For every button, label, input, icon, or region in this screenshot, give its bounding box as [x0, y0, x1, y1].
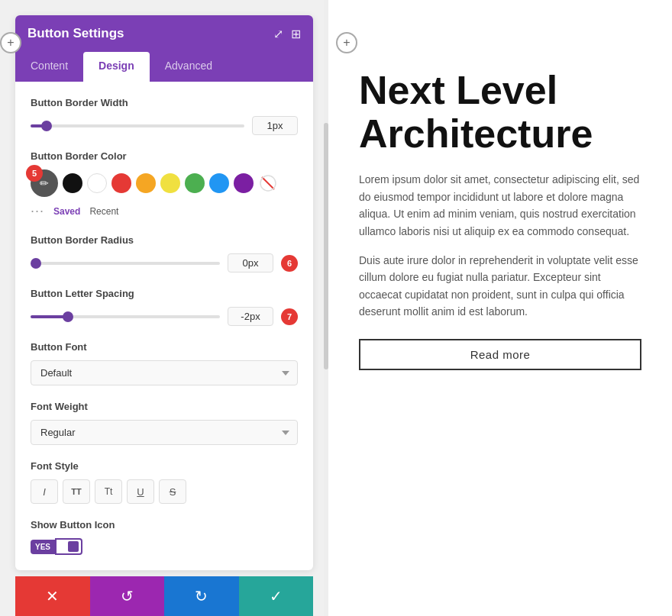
toggle-row: YES	[31, 538, 298, 555]
border-radius-label: Button Border Radius	[31, 234, 298, 246]
panel-tabs: Content Design Advanced	[15, 52, 313, 82]
right-add-button[interactable]: +	[336, 32, 357, 53]
border-color-label: Button Border Color	[31, 150, 298, 162]
recent-tab[interactable]: Recent	[89, 206, 118, 217]
swatch-orange[interactable]	[136, 173, 156, 193]
svg-line-0	[262, 177, 274, 189]
preview-body-2: Duis aute irure dolor in reprehenderit i…	[359, 252, 641, 321]
redo-button[interactable]: ↻	[164, 576, 239, 616]
letter-spacing-group: Button Letter Spacing -2px 7	[31, 288, 298, 326]
color-row-tabs: ··· Saved Recent	[31, 203, 298, 219]
undo-icon: ↺	[121, 587, 134, 605]
tab-advanced[interactable]: Advanced	[150, 52, 228, 82]
letter-spacing-slider-row: -2px 7	[31, 307, 298, 326]
main-layout: + Button Settings ⤢ ⊞ Content Design Adv…	[0, 0, 672, 616]
font-style-label: Font Style	[31, 460, 298, 472]
panel-body: Button Border Width 1px Button Border Co…	[15, 82, 313, 570]
border-width-value[interactable]: 1px	[252, 116, 298, 135]
show-icon-label: Show Button Icon	[31, 519, 298, 531]
toggle-handle[interactable]	[55, 538, 82, 555]
tab-content[interactable]: Content	[15, 52, 83, 82]
saved-tab[interactable]: Saved	[53, 206, 80, 217]
show-icon-group: Show Button Icon YES	[31, 519, 298, 555]
panel-actions: ✕ ↺ ↻ ✓	[15, 576, 313, 616]
toggle-yes-label: YES	[31, 540, 55, 554]
active-color-swatch-badge: 5 ✏	[31, 169, 58, 197]
expand-icon[interactable]: ⤢	[273, 27, 283, 41]
more-dots[interactable]: ···	[31, 203, 44, 219]
left-panel: + Button Settings ⤢ ⊞ Content Design Adv…	[0, 0, 328, 616]
color-swatches: 5 ✏	[31, 169, 298, 197]
font-uppercase-btn[interactable]: TT	[63, 479, 90, 504]
font-group: Button Font Default	[31, 341, 298, 385]
left-add-button[interactable]: +	[0, 32, 21, 53]
border-width-label: Button Border Width	[31, 97, 298, 108]
toggle-switch[interactable]: YES	[31, 538, 82, 555]
swatch-slash[interactable]	[258, 173, 278, 193]
tab-design[interactable]: Design	[83, 52, 150, 82]
border-radius-track[interactable]	[31, 262, 220, 265]
columns-icon[interactable]: ⊞	[291, 27, 301, 41]
swatch-red[interactable]	[111, 173, 131, 193]
swatch-blue[interactable]	[209, 173, 229, 193]
cancel-icon: ✕	[46, 587, 59, 605]
border-radius-group: Button Border Radius 0px 6	[31, 234, 298, 273]
settings-panel: Button Settings ⤢ ⊞ Content Design Advan…	[15, 15, 313, 570]
panel-header: Button Settings ⤢ ⊞	[15, 15, 313, 52]
font-style-buttons: I TT Tt U S	[31, 479, 298, 504]
font-weight-group: Font Weight Regular	[31, 401, 298, 445]
swatch-yellow[interactable]	[160, 173, 180, 193]
font-label: Button Font	[31, 341, 298, 353]
read-more-button[interactable]: Read more	[359, 339, 641, 370]
font-select[interactable]: Default	[31, 360, 298, 385]
preview-body-1: Lorem ipsum dolor sit amet, consectetur …	[359, 171, 641, 240]
border-color-group: Button Border Color 5 ✏	[31, 150, 298, 219]
border-width-track[interactable]	[31, 124, 244, 127]
font-style-group: Font Style I TT Tt U S	[31, 460, 298, 504]
swatch-green[interactable]	[185, 173, 205, 193]
panel-header-icons: ⤢ ⊞	[273, 27, 301, 41]
panel-title: Button Settings	[27, 26, 124, 41]
border-width-group: Button Border Width 1px	[31, 97, 298, 135]
swatch-purple[interactable]	[234, 173, 254, 193]
border-radius-value[interactable]: 0px	[228, 253, 273, 273]
font-underline-btn[interactable]: U	[127, 479, 154, 504]
swatch-black[interactable]	[63, 173, 82, 193]
redo-icon: ↻	[195, 587, 208, 605]
font-weight-select[interactable]: Regular	[31, 420, 298, 445]
letter-spacing-track[interactable]	[31, 315, 220, 318]
swatch-white[interactable]	[87, 173, 107, 193]
save-button[interactable]: ✓	[239, 576, 314, 616]
border-width-slider-row: 1px	[31, 116, 298, 135]
letter-spacing-badge: 7	[281, 308, 298, 325]
save-icon: ✓	[270, 587, 283, 605]
font-capitalize-btn[interactable]: Tt	[95, 479, 122, 504]
font-weight-label: Font Weight	[31, 401, 298, 412]
border-radius-slider-row: 0px 6	[31, 253, 298, 273]
border-radius-badge: 6	[281, 255, 298, 272]
font-italic-btn[interactable]: I	[31, 479, 58, 504]
right-panel: + Next Level Architecture Lorem ipsum do…	[328, 0, 672, 616]
preview-heading: Next Level Architecture	[359, 69, 641, 156]
cancel-button[interactable]: ✕	[15, 576, 90, 616]
undo-button[interactable]: ↺	[90, 576, 165, 616]
letter-spacing-label: Button Letter Spacing	[31, 288, 298, 299]
font-strikethrough-btn[interactable]: S	[159, 479, 186, 504]
letter-spacing-value[interactable]: -2px	[228, 307, 273, 326]
color-badge: 5	[26, 165, 43, 182]
